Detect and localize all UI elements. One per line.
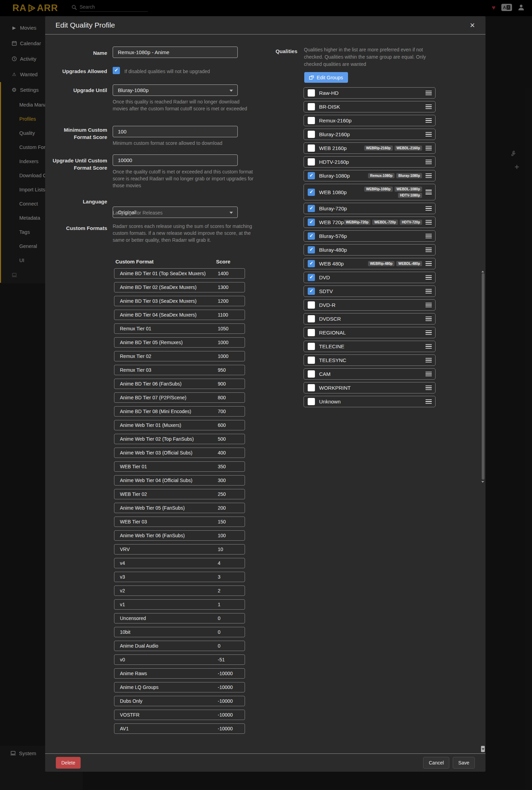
drag-handle-icon[interactable] <box>426 132 432 137</box>
format-row[interactable]: v1 1 <box>114 599 245 610</box>
drag-handle-icon[interactable] <box>426 289 432 294</box>
quality-checkbox[interactable] <box>308 329 315 336</box>
scrollbar-bottom-button[interactable] <box>481 746 485 752</box>
name-input[interactable] <box>113 47 238 58</box>
quality-checkbox[interactable] <box>308 172 315 179</box>
quality-row[interactable]: Bluray-2160p <box>304 129 436 140</box>
quality-checkbox[interactable] <box>308 370 315 378</box>
format-row[interactable]: v2 2 <box>114 586 245 596</box>
format-row[interactable]: Anime BD Tier 01 (Top SeaDex Muxers) 140… <box>114 268 245 279</box>
format-row[interactable]: Anime Raws -10000 <box>114 668 245 679</box>
format-row[interactable]: Anime LQ Groups -10000 <box>114 682 245 692</box>
drag-handle-icon[interactable] <box>426 303 432 308</box>
format-row[interactable]: Anime BD Tier 05 (Remuxes) 1000 <box>114 337 245 348</box>
quality-row[interactable]: WEB 1080p WEBRip-1080pWEBDL-1080pHDTV-10… <box>304 184 436 200</box>
drag-handle-icon[interactable] <box>426 206 432 211</box>
quality-checkbox[interactable] <box>308 205 315 212</box>
format-row[interactable]: AV1 -10000 <box>114 723 245 734</box>
quality-row[interactable]: SDTV <box>304 286 436 297</box>
quality-checkbox[interactable] <box>308 274 315 281</box>
quality-checkbox[interactable] <box>308 144 315 152</box>
drag-handle-icon[interactable] <box>426 248 432 252</box>
format-row[interactable]: VRV 10 <box>114 544 245 554</box>
quality-row[interactable]: BR-DISK <box>304 101 436 112</box>
format-row[interactable]: Dubs Only -10000 <box>114 696 245 706</box>
quality-row[interactable]: WEB 720p WEBRip-720pWEBDL-720pHDTV-720p <box>304 217 436 228</box>
format-row[interactable]: Anime BD Tier 08 (Mini Encodes) 700 <box>114 406 245 417</box>
format-row[interactable]: Anime Web Tier 06 (FanSubs) 100 <box>114 530 245 541</box>
close-icon[interactable] <box>470 21 475 29</box>
quality-checkbox[interactable] <box>308 315 315 322</box>
format-row[interactable]: Anime Dual Audio 0 <box>114 641 245 651</box>
drag-handle-icon[interactable] <box>426 386 432 390</box>
drag-handle-icon[interactable] <box>426 220 432 225</box>
quality-checkbox[interactable] <box>308 89 315 97</box>
quality-checkbox[interactable] <box>308 219 315 226</box>
drag-handle-icon[interactable] <box>426 118 432 123</box>
quality-checkbox[interactable] <box>308 103 315 110</box>
format-row[interactable]: Anime Web Tier 05 (FanSubs) 200 <box>114 503 245 513</box>
quality-row[interactable]: Bluray-576p <box>304 230 436 242</box>
edit-groups-button[interactable]: Edit Groups <box>304 72 348 83</box>
format-row[interactable]: VOSTFR -10000 <box>114 710 245 720</box>
drag-handle-icon[interactable] <box>426 399 432 404</box>
drag-handle-icon[interactable] <box>426 330 432 335</box>
quality-checkbox[interactable] <box>308 398 315 405</box>
quality-checkbox[interactable] <box>308 384 315 391</box>
format-row[interactable]: WEB Tier 03 150 <box>114 517 245 527</box>
upgrade-until-select[interactable]: Bluray-1080p <box>113 84 238 96</box>
drag-handle-icon[interactable] <box>426 91 432 96</box>
quality-row[interactable]: TELESYNC <box>304 354 436 366</box>
quality-row[interactable]: Remux-2160p <box>304 115 436 126</box>
upgrades-allowed-checkbox[interactable] <box>113 67 120 74</box>
quality-checkbox[interactable] <box>308 260 315 267</box>
save-button[interactable]: Save <box>453 757 475 769</box>
format-row[interactable]: Anime Web Tier 02 (Top FanSubs) 500 <box>114 434 245 444</box>
scrollbar-up-arrow[interactable] <box>481 269 484 272</box>
drag-handle-icon[interactable] <box>426 173 432 178</box>
quality-row[interactable]: Raw-HD <box>304 87 436 99</box>
quality-row[interactable]: WEB 480p WEBRip-480pWEBDL-480p <box>304 258 436 269</box>
quality-checkbox[interactable] <box>308 131 315 138</box>
format-row[interactable]: Anime Web Tier 04 (Official Subs) 300 <box>114 475 245 486</box>
drag-handle-icon[interactable] <box>426 234 432 239</box>
quality-checkbox[interactable] <box>308 357 315 364</box>
quality-row[interactable]: WEB 2160p WEBRip-2160pWEBDL-2160p <box>304 142 436 154</box>
quality-checkbox[interactable] <box>308 158 315 166</box>
upgrade-until-score-input[interactable] <box>113 154 238 166</box>
quality-checkbox[interactable] <box>308 246 315 253</box>
format-row[interactable]: Anime BD Tier 04 (SeaDex Muxers) 1100 <box>114 310 245 320</box>
quality-checkbox[interactable] <box>308 343 315 350</box>
drag-handle-icon[interactable] <box>426 104 432 109</box>
quality-checkbox[interactable] <box>308 301 315 309</box>
format-row[interactable]: Anime Web Tier 03 (Official Subs) 400 <box>114 448 245 458</box>
format-row[interactable]: Anime Web Tier 01 (Muxers) 600 <box>114 420 245 430</box>
format-row[interactable]: Anime BD Tier 06 (FanSubs) 900 <box>114 379 245 389</box>
quality-row[interactable]: REGIONAL <box>304 327 436 338</box>
drag-handle-icon[interactable] <box>426 261 432 266</box>
quality-row[interactable]: DVD-R <box>304 299 436 311</box>
quality-row[interactable]: Unknown <box>304 396 436 407</box>
format-row[interactable]: Remux Tier 01 1050 <box>114 323 245 334</box>
scrollbar-thumb[interactable] <box>482 273 484 480</box>
drag-handle-icon[interactable] <box>426 160 432 164</box>
format-row[interactable]: Anime BD Tier 07 (P2P/Scene) 800 <box>114 392 245 403</box>
quality-row[interactable]: Bluray-480p <box>304 244 436 256</box>
format-row[interactable]: Remux Tier 02 1000 <box>114 351 245 361</box>
drag-handle-icon[interactable] <box>426 358 432 363</box>
format-row[interactable]: WEB Tier 02 250 <box>114 489 245 499</box>
format-row[interactable]: v3 3 <box>114 572 245 582</box>
quality-row[interactable]: WORKPRINT <box>304 382 436 393</box>
format-row[interactable]: Uncensored 0 <box>114 613 245 623</box>
drag-handle-icon[interactable] <box>426 190 432 194</box>
min-score-input[interactable] <box>113 126 238 137</box>
quality-row[interactable]: Bluray-1080p Remux-1080pBluray-1080p <box>304 170 436 181</box>
quality-row[interactable]: DVD <box>304 272 436 283</box>
format-row[interactable]: Anime BD Tier 03 (SeaDex Muxers) 1200 <box>114 296 245 306</box>
quality-checkbox[interactable] <box>308 232 315 240</box>
drag-handle-icon[interactable] <box>426 317 432 321</box>
quality-row[interactable]: CAM <box>304 368 436 380</box>
drag-handle-icon[interactable] <box>426 344 432 349</box>
quality-checkbox[interactable] <box>308 117 315 124</box>
format-row[interactable]: Remux Tier 03 950 <box>114 365 245 375</box>
